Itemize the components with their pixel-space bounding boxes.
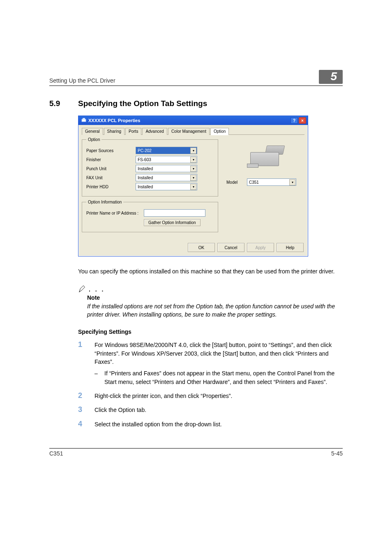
properties-dialog: XXXXXX PCL Properties ? × General Sharin…: [78, 116, 308, 257]
apply-button[interactable]: Apply: [247, 243, 274, 252]
fax-unit-select[interactable]: Installed ▾: [136, 174, 197, 181]
printer-name-input[interactable]: [144, 209, 205, 217]
tab-option[interactable]: Option: [210, 128, 229, 135]
footer-right: 5-45: [331, 450, 343, 457]
chevron-down-icon: ▾: [190, 157, 196, 163]
option-information-group: Option Information Printer Name or IP Ad…: [82, 200, 218, 232]
help-button[interactable]: ?: [291, 117, 298, 124]
chevron-down-icon: ▾: [190, 175, 196, 181]
option-group: Option Paper Sources PC-202 ▾ Finisher: [82, 137, 218, 197]
printer-hdd-value: Installed: [138, 185, 153, 189]
svg-rect-1: [83, 118, 85, 120]
punch-unit-select[interactable]: Installed ▾: [136, 165, 197, 172]
model-select[interactable]: C351 ▾: [247, 178, 296, 186]
finisher-label: Finisher: [86, 157, 136, 162]
model-label: Model: [226, 180, 244, 185]
finisher-select[interactable]: FS-603 ▾: [136, 156, 197, 163]
step-2-text: Right-click the printer icon, and then c…: [95, 392, 343, 400]
option-group-legend: Option: [86, 137, 101, 142]
section-title: Specifying the Option Tab Settings: [78, 99, 207, 108]
device-preview: [226, 139, 304, 175]
printer-name-label: Printer Name or IP Address :: [86, 211, 144, 215]
gather-option-info-button[interactable]: Gather Option Information: [144, 219, 201, 226]
step-1-text: For Windows 98SE/Me/2000/NT 4.0, click t…: [95, 342, 332, 365]
specifying-settings-heading: Specifying Settings: [78, 328, 343, 335]
running-header: Setting Up the PCL Driver: [49, 77, 115, 84]
close-button[interactable]: ×: [299, 117, 306, 124]
paper-sources-label: Paper Sources: [86, 148, 136, 153]
intro-paragraph: You can specify the options installed on…: [78, 267, 343, 275]
step-4-text: Select the installed option from the dro…: [95, 420, 343, 428]
fax-unit-value: Installed: [138, 176, 153, 180]
tab-sharing[interactable]: Sharing: [104, 128, 125, 135]
note-icon: [78, 284, 87, 294]
help-button-footer[interactable]: Help: [277, 243, 304, 252]
chevron-down-icon: ▾: [190, 184, 196, 190]
step-number-2: 2: [78, 392, 87, 400]
step-number-4: 4: [78, 420, 87, 428]
chevron-down-icon: ▾: [190, 148, 196, 154]
punch-unit-label: Punch Unit: [86, 166, 136, 171]
printer-hdd-select[interactable]: Installed ▾: [136, 183, 197, 190]
chevron-down-icon: ▾: [289, 179, 295, 185]
dialog-titlebar[interactable]: XXXXXX PCL Properties ? ×: [78, 116, 308, 125]
punch-unit-value: Installed: [138, 166, 153, 171]
chapter-badge: 5: [319, 70, 343, 84]
chevron-down-icon: ▾: [190, 166, 196, 172]
step-1-sub-text: If “Printers and Faxes” does not appear …: [104, 369, 343, 386]
dialog-tab-bar: General Sharing Ports Advanced Color Man…: [82, 127, 304, 135]
note-dots: . . .: [89, 286, 105, 294]
tab-advanced[interactable]: Advanced: [142, 128, 167, 135]
model-value: C351: [249, 180, 259, 185]
fax-unit-label: FAX Unit: [86, 176, 136, 180]
printer-icon: [81, 117, 87, 124]
section-number: 5.9: [49, 99, 69, 108]
tab-color-management[interactable]: Color Management: [168, 128, 210, 135]
step-number-3: 3: [78, 406, 87, 414]
step-number-1: 1: [78, 341, 87, 386]
step-1-sub-dash: –: [95, 369, 99, 386]
note-label: Note: [87, 294, 343, 301]
footer-left: C351: [49, 450, 63, 457]
paper-sources-value: PC-202: [138, 148, 152, 153]
dialog-title: XXXXXX PCL Properties: [88, 118, 140, 123]
note-text: If the installed options are not set fro…: [87, 303, 343, 319]
finisher-value: FS-603: [138, 157, 151, 162]
option-information-legend: Option Information: [86, 200, 123, 204]
ok-button[interactable]: OK: [188, 243, 215, 252]
tab-ports[interactable]: Ports: [125, 128, 141, 135]
printer-hdd-label: Printer HDD: [86, 185, 136, 189]
tab-general[interactable]: General: [82, 128, 103, 135]
printer-illustration: [243, 145, 288, 169]
cancel-button[interactable]: Cancel: [217, 243, 244, 252]
step-3-text: Click the Option tab.: [95, 406, 343, 414]
paper-sources-select[interactable]: PC-202 ▾: [136, 147, 197, 154]
